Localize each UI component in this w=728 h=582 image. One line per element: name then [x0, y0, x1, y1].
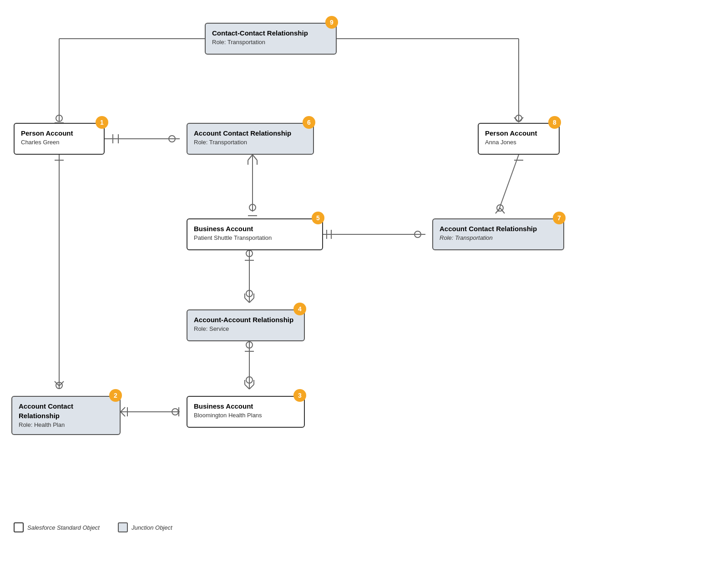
svg-point-13: [246, 250, 253, 257]
legend-standard-box: [14, 522, 24, 532]
legend-junction-label: Junction Object: [131, 524, 172, 531]
legend: Salesforce Standard Object Junction Obje…: [14, 522, 172, 532]
svg-line-24: [249, 385, 254, 389]
node-7-title: Account Contact Relationship: [440, 224, 557, 233]
node-3-subtitle: Bloomington Health Plans: [194, 412, 262, 419]
svg-point-10: [249, 204, 256, 211]
badge-5: 5: [312, 212, 324, 224]
svg-point-30: [56, 382, 62, 389]
node-1: Person Account Charles Green: [14, 123, 105, 155]
svg-point-49: [56, 115, 62, 121]
svg-point-19: [246, 290, 253, 297]
badge-4: 4: [293, 303, 306, 315]
node-8-title: Person Account: [485, 128, 552, 138]
badge-6: 6: [303, 116, 315, 129]
node-9: Contact-Contact Relationship Role: Trans…: [205, 23, 337, 55]
svg-line-31: [55, 381, 59, 386]
badge-7: 7: [553, 212, 566, 224]
node-3: Business Account Bloomington Health Plan…: [187, 396, 305, 428]
node-4: Account-Account Relationship Role: Servi…: [187, 309, 305, 341]
svg-line-45: [500, 208, 505, 213]
badge-1: 1: [96, 116, 108, 129]
node-7-subtitle: Role: Transportation: [440, 234, 493, 241]
node-4-title: Account-Account Relationship: [194, 315, 298, 324]
node-1-title: Person Account: [21, 128, 97, 138]
badge-3: 3: [293, 389, 306, 402]
badge-8: 8: [548, 116, 561, 129]
node-9-title: Contact-Contact Relationship: [212, 28, 329, 38]
svg-line-6: [248, 155, 253, 160]
node-6-title: Account Contact Relationship: [194, 128, 307, 138]
svg-line-7: [253, 155, 257, 160]
node-6-subtitle: Role: Transportation: [194, 139, 247, 146]
node-1-subtitle: Charles Green: [21, 139, 60, 146]
svg-line-23: [245, 385, 249, 389]
node-3-title: Business Account: [194, 401, 298, 411]
node-2: Account Contact Relationship Role: Healt…: [11, 396, 121, 435]
node-8: Person Account Anna Jones: [478, 123, 560, 155]
svg-point-4: [169, 136, 175, 142]
node-5-subtitle: Patient Shuttle Transportation: [194, 234, 272, 241]
connector-svg: [0, 0, 728, 546]
svg-line-15: [245, 298, 249, 303]
node-9-subtitle: Role: Transportation: [212, 39, 265, 46]
svg-point-54: [516, 115, 522, 121]
node-5: Business Account Patient Shuttle Transpo…: [187, 218, 323, 250]
svg-point-27: [246, 377, 253, 383]
node-5-title: Business Account: [194, 224, 316, 233]
svg-line-16: [249, 298, 254, 303]
node-4-subtitle: Role: Service: [194, 325, 229, 332]
node-8-subtitle: Anna Jones: [485, 139, 516, 146]
diagram-container: Person Account Charles Green 1 Account C…: [0, 0, 728, 546]
badge-9: 9: [325, 16, 338, 29]
legend-standard-label: Salesforce Standard Object: [27, 524, 100, 531]
legend-standard: Salesforce Standard Object: [14, 522, 100, 532]
node-2-title: Account Contact Relationship: [19, 401, 113, 420]
legend-junction: Junction Object: [118, 522, 172, 532]
svg-line-32: [59, 381, 64, 386]
svg-point-40: [415, 231, 421, 238]
svg-line-41: [498, 155, 519, 212]
svg-point-35: [172, 409, 178, 415]
node-6: Account Contact Relationship Role: Trans…: [187, 123, 314, 155]
node-2-subtitle: Role: Health Plan: [19, 421, 65, 428]
svg-point-21: [246, 342, 253, 348]
svg-point-43: [497, 205, 503, 211]
node-7: Account Contact Relationship Role: Trans…: [432, 218, 564, 250]
svg-line-44: [495, 208, 500, 213]
badge-2: 2: [109, 389, 122, 402]
legend-junction-box: [118, 522, 128, 532]
